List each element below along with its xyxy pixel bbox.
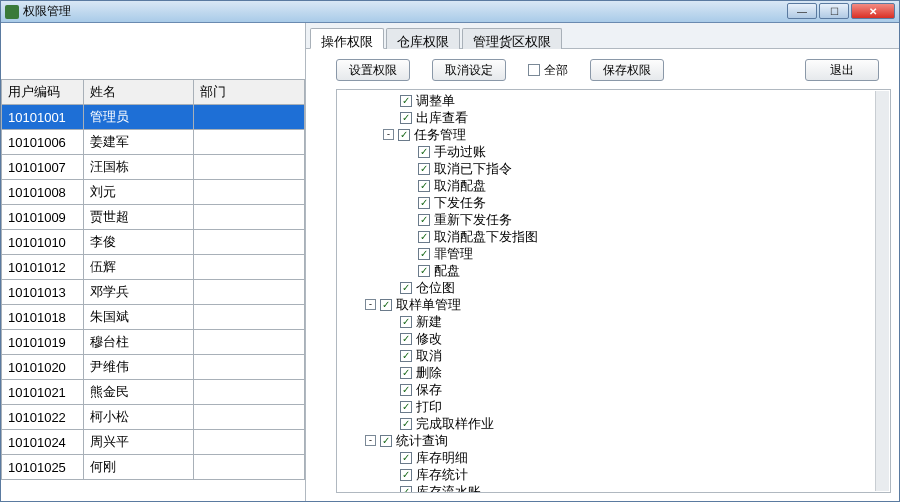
tree-node[interactable]: 出库查看 <box>383 109 888 126</box>
tree-checkbox[interactable] <box>418 214 430 226</box>
table-row[interactable]: 10101009贾世超 <box>2 205 305 230</box>
table-row[interactable]: 10101001管理员 <box>2 105 305 130</box>
cell-dept <box>194 105 305 130</box>
tree-checkbox[interactable] <box>400 333 412 345</box>
select-all-checkbox[interactable]: 全部 <box>528 62 568 79</box>
cell-name: 汪国栋 <box>84 155 194 180</box>
tree-checkbox[interactable] <box>418 231 430 243</box>
tree-checkbox[interactable] <box>400 112 412 124</box>
collapse-icon[interactable]: - <box>365 299 376 310</box>
tree-spacer <box>401 180 414 191</box>
tree-node-label: 完成取样作业 <box>416 415 494 432</box>
tree-spacer <box>383 333 396 344</box>
tree-checkbox[interactable] <box>400 282 412 294</box>
window-buttons: — ☐ ✕ <box>787 3 895 19</box>
table-row[interactable]: 10101010李俊 <box>2 230 305 255</box>
tree-checkbox[interactable] <box>400 486 412 494</box>
tree-node-label: 仓位图 <box>416 279 455 296</box>
cell-id: 10101025 <box>2 455 84 480</box>
tab-zone-permission[interactable]: 管理货区权限 <box>462 28 562 49</box>
table-row[interactable]: 10101022柯小松 <box>2 405 305 430</box>
tree-checkbox[interactable] <box>418 265 430 277</box>
tree-node[interactable]: 取消 <box>383 347 888 364</box>
tree-checkbox[interactable] <box>400 401 412 413</box>
tree-spacer <box>383 469 396 480</box>
table-row[interactable]: 10101018朱国斌 <box>2 305 305 330</box>
vertical-scrollbar[interactable] <box>875 91 889 491</box>
tree-node[interactable]: 取消配盘下发指图 <box>401 228 888 245</box>
table-row[interactable]: 10101021熊金民 <box>2 380 305 405</box>
table-row[interactable]: 10101020尹维伟 <box>2 355 305 380</box>
collapse-icon[interactable]: - <box>365 435 376 446</box>
tree-node[interactable]: 下发任务 <box>401 194 888 211</box>
tree-node[interactable]: 保存 <box>383 381 888 398</box>
tree-checkbox[interactable] <box>400 452 412 464</box>
maximize-button[interactable]: ☐ <box>819 3 849 19</box>
tree-node[interactable]: 完成取样作业 <box>383 415 888 432</box>
tree-checkbox[interactable] <box>400 418 412 430</box>
table-row[interactable]: 10101008刘元 <box>2 180 305 205</box>
tree-spacer <box>401 163 414 174</box>
tree-node[interactable]: 删除 <box>383 364 888 381</box>
tree-node[interactable]: -统计查询 <box>365 432 888 449</box>
table-row[interactable]: 10101024周兴平 <box>2 430 305 455</box>
tree-checkbox[interactable] <box>380 435 392 447</box>
table-row[interactable]: 10101025何刚 <box>2 455 305 480</box>
tree-node[interactable]: 库存统计 <box>383 466 888 483</box>
tab-warehouse-permission[interactable]: 仓库权限 <box>386 28 460 49</box>
tree-node-label: 新建 <box>416 313 442 330</box>
col-user-name[interactable]: 姓名 <box>84 80 194 105</box>
tree-node[interactable]: 配盘 <box>401 262 888 279</box>
tree-node[interactable]: 库存明细 <box>383 449 888 466</box>
tree-checkbox[interactable] <box>418 197 430 209</box>
tree-node[interactable]: 罪管理 <box>401 245 888 262</box>
table-row[interactable]: 10101006姜建军 <box>2 130 305 155</box>
tree-checkbox[interactable] <box>398 129 410 141</box>
cell-name: 管理员 <box>84 105 194 130</box>
tree-checkbox[interactable] <box>418 163 430 175</box>
tree-node[interactable]: 仓位图 <box>383 279 888 296</box>
tree-checkbox[interactable] <box>418 180 430 192</box>
tree-spacer <box>401 231 414 242</box>
cell-dept <box>194 155 305 180</box>
tree-node[interactable]: 取消已下指令 <box>401 160 888 177</box>
tree-node[interactable]: 新建 <box>383 313 888 330</box>
tree-checkbox[interactable] <box>400 469 412 481</box>
minimize-button[interactable]: — <box>787 3 817 19</box>
tree-node[interactable]: 取消配盘 <box>401 177 888 194</box>
save-permission-button[interactable]: 保存权限 <box>590 59 664 81</box>
tree-node[interactable]: 手动过账 <box>401 143 888 160</box>
tree-node[interactable]: -取样单管理 <box>365 296 888 313</box>
set-permission-button[interactable]: 设置权限 <box>336 59 410 81</box>
tree-node-label: 删除 <box>416 364 442 381</box>
tab-operate-permission[interactable]: 操作权限 <box>310 28 384 49</box>
titlebar[interactable]: 权限管理 — ☐ ✕ <box>1 1 899 23</box>
tree-checkbox[interactable] <box>400 350 412 362</box>
tree-node[interactable]: 调整单 <box>383 92 888 109</box>
tree-node[interactable]: 修改 <box>383 330 888 347</box>
tree-checkbox[interactable] <box>400 95 412 107</box>
tree-checkbox[interactable] <box>400 367 412 379</box>
tree-checkbox[interactable] <box>400 384 412 396</box>
col-user-id[interactable]: 用户编码 <box>2 80 84 105</box>
tree-checkbox[interactable] <box>380 299 392 311</box>
table-row[interactable]: 10101012伍辉 <box>2 255 305 280</box>
tree-checkbox[interactable] <box>400 316 412 328</box>
table-row[interactable]: 10101019穆台柱 <box>2 330 305 355</box>
tree-checkbox[interactable] <box>418 248 430 260</box>
exit-button[interactable]: 退出 <box>805 59 879 81</box>
tree-spacer <box>383 401 396 412</box>
tree-node[interactable]: 库存流水账 <box>383 483 888 493</box>
tree-node[interactable]: -任务管理 <box>383 126 888 143</box>
tree-node[interactable]: 重新下发任务 <box>401 211 888 228</box>
tree-checkbox[interactable] <box>418 146 430 158</box>
collapse-icon[interactable]: - <box>383 129 394 140</box>
tree-node[interactable]: 打印 <box>383 398 888 415</box>
col-user-dept[interactable]: 部门 <box>194 80 305 105</box>
close-button[interactable]: ✕ <box>851 3 895 19</box>
table-row[interactable]: 10101007汪国栋 <box>2 155 305 180</box>
cell-name: 何刚 <box>84 455 194 480</box>
permission-pane: 操作权限 仓库权限 管理货区权限 设置权限 取消设定 全部 保存权限 退出 调整… <box>306 23 899 501</box>
table-row[interactable]: 10101013邓学兵 <box>2 280 305 305</box>
cancel-setting-button[interactable]: 取消设定 <box>432 59 506 81</box>
